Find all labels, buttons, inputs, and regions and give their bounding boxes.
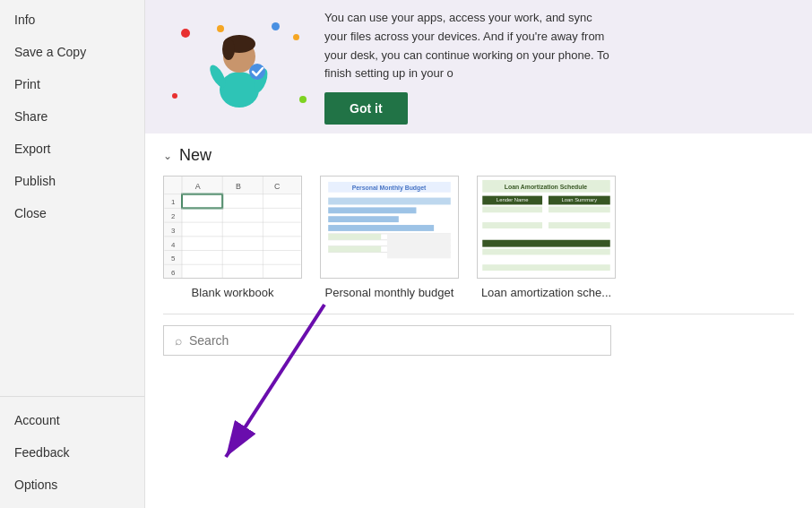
sidebar-item-publish[interactable]: Publish <box>0 165 144 197</box>
sidebar-bottom-section: AccountFeedbackOptions <box>0 404 144 508</box>
svg-rect-40 <box>328 234 381 240</box>
svg-rect-35 <box>328 225 434 231</box>
sidebar: InfoSave a CopyPrintShareExportPublishCl… <box>0 0 145 508</box>
svg-text:Personal Monthly Budget: Personal Monthly Budget <box>352 185 427 192</box>
svg-rect-34 <box>328 216 399 222</box>
section-divider <box>163 314 794 314</box>
svg-rect-59 <box>482 249 609 255</box>
svg-text:Loan Amortization Schedule: Loan Amortization Schedule <box>505 184 588 190</box>
svg-rect-54 <box>549 207 610 213</box>
confetti-dot <box>293 34 299 40</box>
banner-description: You can use your apps, access your work,… <box>324 9 611 83</box>
personal-budget-thumb: Personal Monthly Budget <box>320 176 459 279</box>
svg-text:6: 6 <box>171 269 176 277</box>
personal-budget-label: Personal monthly budget <box>325 286 454 299</box>
sidebar-top-section: InfoSave a CopyPrintShareExportPublishCl… <box>0 4 144 389</box>
blank-workbook-thumb: A B C 1 2 3 4 5 6 <box>163 176 302 279</box>
svg-text:C: C <box>274 182 281 191</box>
svg-text:5: 5 <box>171 255 176 263</box>
svg-rect-61 <box>482 264 609 271</box>
svg-text:3: 3 <box>171 227 176 235</box>
svg-rect-56 <box>549 222 610 228</box>
svg-rect-33 <box>328 208 416 214</box>
sidebar-item-share[interactable]: Share <box>0 100 144 133</box>
chevron-down-icon: ⌄ <box>163 150 172 162</box>
svg-rect-60 <box>482 257 609 263</box>
loan-amortization-thumb: Loan Amortization Schedule Lender Name L… <box>477 176 616 279</box>
search-input[interactable] <box>189 333 600 348</box>
svg-rect-62 <box>482 272 609 278</box>
svg-rect-10 <box>182 194 222 209</box>
svg-rect-53 <box>482 230 542 237</box>
confetti-dot <box>299 96 307 103</box>
svg-text:2: 2 <box>171 212 175 220</box>
svg-rect-32 <box>328 198 451 205</box>
template-item-loan-amortization[interactable]: Loan Amortization Schedule Lender Name L… <box>477 176 616 299</box>
svg-rect-52 <box>482 222 542 228</box>
sidebar-item-feedback[interactable]: Feedback <box>0 436 144 469</box>
svg-rect-55 <box>549 214 610 220</box>
svg-rect-50 <box>482 207 542 213</box>
svg-rect-57 <box>549 230 610 237</box>
new-section-header: ⌄ New <box>163 146 794 165</box>
banner-area: You can use your apps, access your work,… <box>145 0 812 133</box>
svg-rect-58 <box>482 240 609 247</box>
confetti-dot <box>172 93 177 99</box>
blank-workbook-label: Blank workbook <box>192 286 274 299</box>
svg-point-6 <box>249 64 265 80</box>
loan-amortization-label: Loan amortization sche... <box>481 286 611 299</box>
confetti-dot <box>217 25 224 32</box>
sidebar-item-print[interactable]: Print <box>0 68 144 100</box>
got-it-button[interactable]: Got it <box>324 92 408 125</box>
search-bar[interactable]: ⌕ <box>163 325 611 356</box>
svg-rect-42 <box>387 234 451 259</box>
banner-illustration <box>163 18 315 116</box>
sidebar-item-save-a-copy[interactable]: Save a Copy <box>0 36 144 68</box>
svg-text:1: 1 <box>171 199 175 207</box>
sidebar-item-export[interactable]: Export <box>0 133 144 165</box>
banner-text-area: You can use your apps, access your work,… <box>315 9 794 125</box>
svg-text:Loan Summary: Loan Summary <box>561 198 597 203</box>
content-area: ⌄ New <box>145 133 812 365</box>
template-item-personal-budget[interactable]: Personal Monthly Budget <box>320 176 459 299</box>
svg-text:Lender Name: Lender Name <box>497 198 529 203</box>
svg-text:4: 4 <box>171 241 176 249</box>
sidebar-item-close[interactable]: Close <box>0 197 144 229</box>
svg-rect-41 <box>328 246 381 253</box>
svg-text:A: A <box>195 182 201 191</box>
sidebar-divider <box>0 396 144 397</box>
svg-rect-51 <box>482 214 542 220</box>
search-icon: ⌕ <box>175 333 182 348</box>
confetti-dot <box>272 22 280 30</box>
sidebar-item-info[interactable]: Info <box>0 4 144 36</box>
sidebar-item-options[interactable]: Options <box>0 469 144 501</box>
new-section-title: New <box>179 146 212 165</box>
svg-point-3 <box>222 39 235 60</box>
confetti-dot <box>181 29 190 38</box>
template-item-blank-workbook[interactable]: A B C 1 2 3 4 5 6 Blank workbook <box>163 176 302 299</box>
main-content: You can use your apps, access your work,… <box>145 0 812 508</box>
svg-text:B: B <box>236 182 241 191</box>
sidebar-item-account[interactable]: Account <box>0 404 144 436</box>
svg-rect-9 <box>164 177 300 194</box>
character-svg <box>202 22 278 112</box>
templates-row: A B C 1 2 3 4 5 6 Blank workbook <box>163 176 794 299</box>
